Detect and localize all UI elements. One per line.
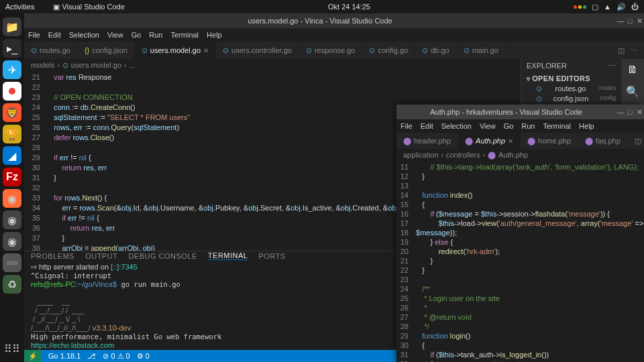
menubar: File Edit Selection View Go Run Terminal…: [24, 28, 644, 42]
tab-auth[interactable]: ⬤Auth.php✕: [458, 133, 521, 149]
tab-home[interactable]: ⬤home.php: [521, 133, 578, 149]
tab-config-go[interactable]: ⊙config.go: [362, 42, 415, 59]
menu-view[interactable]: View: [480, 122, 496, 130]
tab-faq[interactable]: ⬤faq.php: [578, 133, 628, 149]
more-icon[interactable]: ⋯: [608, 62, 616, 70]
vscode-window-2: Auth.php - hrkadventures - Visual Studio…: [396, 105, 644, 362]
disc2-icon[interactable]: ◉: [3, 232, 21, 251]
trophy-icon[interactable]: 🏆: [3, 125, 21, 143]
explorer-icon[interactable]: 🗎: [626, 63, 639, 76]
menu-terminal[interactable]: Terminal: [171, 31, 199, 39]
menu-selection[interactable]: Selection: [441, 122, 472, 130]
menu-edit[interactable]: Edit: [421, 122, 433, 130]
menu-run[interactable]: Run: [149, 31, 162, 39]
status-branch[interactable]: ⎇: [87, 352, 96, 361]
tab-users-model[interactable]: ⊙users.model.go✕: [135, 42, 216, 59]
code-editor[interactable]: 11 12 13 14 15 16 17 18 19 20 21 22 23 2…: [396, 161, 644, 362]
tabbar: ⊙routes.go {}config.json ⊙users.model.go…: [24, 42, 644, 59]
window-title: users.model.go - Vinca - Visual Studio C…: [24, 17, 616, 25]
split-icon[interactable]: ◫: [635, 137, 641, 145]
split-icon[interactable]: ◫: [618, 46, 625, 55]
app-indicator: ▣ Visual Studio Code: [53, 3, 124, 11]
window-title: Auth.php - hrkadventures - Visual Studio…: [396, 108, 616, 116]
tab-main[interactable]: ⊙main.go: [457, 42, 506, 59]
open-editor-item[interactable]: ⊙ routes.goroutes: [521, 84, 621, 94]
filezilla-icon[interactable]: Fz: [3, 168, 21, 186]
vscode-icon[interactable]: ◢: [3, 146, 21, 165]
disc1-icon[interactable]: ◉: [3, 210, 21, 229]
menu-edit[interactable]: Edit: [48, 31, 61, 39]
power-icon[interactable]: ⏻: [631, 3, 639, 11]
menu-view[interactable]: View: [107, 31, 123, 39]
chrome-icon[interactable]: [3, 82, 21, 101]
close-icon[interactable]: ✕: [203, 47, 209, 54]
panel-tab-output[interactable]: OUTPUT: [85, 252, 117, 260]
tab-users-controller[interactable]: ⊙users.controller.go: [216, 42, 299, 59]
tab-response[interactable]: ⊙response.go: [299, 42, 363, 59]
close-button[interactable]: ✕: [635, 17, 644, 25]
activities-button[interactable]: Activities: [5, 3, 34, 11]
menu-go[interactable]: Go: [131, 31, 142, 39]
telegram-icon[interactable]: ✈: [3, 60, 21, 79]
panel-tab-terminal[interactable]: TERMINAL: [208, 251, 248, 260]
files-icon[interactable]: 📁: [3, 17, 21, 36]
volume-icon[interactable]: 🔊: [616, 3, 626, 11]
tab-db[interactable]: ⊙db.go: [415, 42, 457, 59]
status-errors[interactable]: ⊘ 0 ⚠ 0: [103, 352, 129, 361]
tab-routes[interactable]: ⊙routes.go: [24, 42, 78, 59]
minimize-button[interactable]: —: [616, 108, 625, 116]
more-icon[interactable]: ⋯: [630, 46, 637, 55]
menu-help[interactable]: Help: [207, 31, 222, 39]
postman-icon[interactable]: ◉: [3, 189, 21, 208]
menu-help[interactable]: Help: [579, 122, 594, 130]
minimize-button[interactable]: —: [616, 17, 625, 25]
search-icon[interactable]: 🔍: [626, 84, 639, 98]
menubar: File Edit Selection View Go Run Terminal…: [396, 119, 644, 133]
maximize-button[interactable]: □: [625, 17, 635, 25]
breadcrumb[interactable]: application › controllers › ⬤ Auth.php: [396, 149, 644, 161]
terminal-icon[interactable]: ▸_: [3, 39, 21, 58]
menu-file[interactable]: File: [400, 122, 413, 130]
network-icon[interactable]: ▲: [604, 3, 611, 11]
clock[interactable]: Okt 24 14:25: [125, 3, 574, 11]
close-icon[interactable]: ✕: [508, 137, 513, 145]
status-go[interactable]: Go 1.18.1: [48, 352, 80, 360]
status-misc[interactable]: ⚙ 0: [137, 352, 150, 361]
open-editor-item[interactable]: ⊙ config.jsonconfig: [521, 94, 621, 104]
maximize-button[interactable]: □: [625, 108, 635, 116]
close-button[interactable]: ✕: [635, 108, 644, 117]
menu-terminal[interactable]: Terminal: [543, 122, 572, 130]
menu-selection[interactable]: Selection: [69, 31, 99, 39]
menu-run[interactable]: Run: [521, 122, 535, 130]
gnome-topbar: Activities ▣ Visual Studio Code Okt 24 1…: [0, 0, 644, 13]
menu-file[interactable]: File: [28, 31, 40, 39]
dock: 📁 ▸_ ✈ 🦁 🏆 ◢ Fz ◉ ◉ ◉ SSD ♻ ⠿⠿: [0, 13, 24, 362]
app-grid-icon[interactable]: ⠿⠿: [3, 339, 21, 358]
trash-icon[interactable]: ♻: [3, 275, 21, 294]
menu-go[interactable]: Go: [504, 122, 514, 130]
screenshot-icon[interactable]: ▢: [592, 3, 598, 11]
panel-tab-ports[interactable]: PORTS: [258, 252, 285, 260]
remote-indicator[interactable]: ⚡: [24, 350, 42, 362]
chrome-tray-icon[interactable]: [574, 5, 586, 9]
ssd-icon[interactable]: SSD: [3, 253, 21, 272]
panel-tab-debug[interactable]: DEBUG CONSOLE: [128, 252, 197, 260]
tab-header[interactable]: ⬤header.php: [396, 133, 458, 149]
brave-icon[interactable]: 🦁: [3, 103, 21, 122]
breadcrumb[interactable]: models › ⊙ users.model.go › ...: [24, 59, 521, 71]
panel-tab-problems[interactable]: PROBLEMS: [31, 252, 74, 260]
tab-config-json[interactable]: {}config.json: [78, 42, 135, 59]
